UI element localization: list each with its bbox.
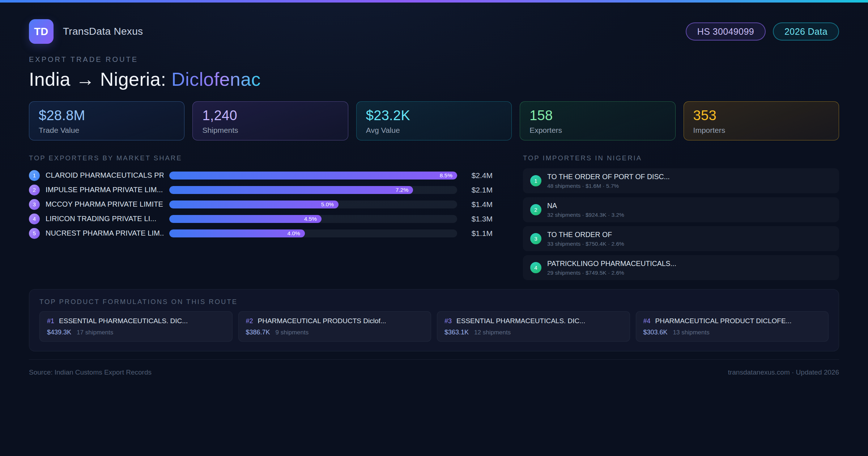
stat-card-exporters: 158 Exporters [520,101,675,140]
market-share-bar: 8.5% [169,172,457,180]
market-share-bar-track: 7.2% [169,186,457,194]
market-share-bar: 5.0% [169,200,339,208]
exporter-name: LIRICON TRADING PRIVATE LI... [46,215,163,223]
formulation-card: #1 ESSENTIAL PHARMACEUTICALS. DIC... $43… [39,311,233,342]
rank-badge: 1 [29,170,40,181]
formulation-rank: #2 [246,317,253,325]
stat-card-trade-value: $28.8M Trade Value [29,101,184,140]
market-share-bar-track: 8.5% [169,172,457,180]
importer-rank-badge: 4 [530,262,541,273]
exporter-value: $2.4M [463,171,493,180]
app-logo: TD [29,19,54,44]
share-percent-label: 5.0% [321,201,334,208]
main-columns: TOP EXPORTERS BY MARKET SHARE 1 CLAROID … [29,154,839,280]
formulation-value: $303.6K [643,329,668,336]
hs-code-badge[interactable]: HS 30049099 [686,22,766,41]
exporter-value: $1.3M [463,215,493,223]
page-title: India → Nigeria: Diclofenac [29,69,839,90]
formulation-value: $439.3K [47,329,71,336]
rank-badge: 3 [29,199,40,210]
exporter-value: $1.1M [463,229,493,238]
share-percent-label: 8.5% [440,172,452,179]
formulation-card: #3 ESSENTIAL PHARMACEUTICALS. DIC... $36… [437,311,630,342]
formulation-value: $363.1K [444,329,469,336]
formulation-meta: $386.7K 9 shipments [246,329,424,336]
stats-row: $28.8M Trade Value 1,240 Shipments $23.2… [29,101,839,140]
formulation-card: #4 PHARMACEUTICAL PRODUCT DICLOFE... $30… [636,311,829,342]
page: TD TransData Nexus HS 30049099 2026 Data… [0,19,868,376]
formulation-name: ESSENTIAL PHARMACEUTICALS. DIC... [59,317,188,325]
stat-label: Avg Value [366,126,502,135]
footer: Source: Indian Customs Export Records tr… [29,359,839,376]
exporter-row: 1 CLAROID PHARMACEUTICALS PR... 8.5% $2.… [29,168,493,183]
importer-rank-badge: 2 [530,204,541,215]
app-name: TransData Nexus [63,26,143,37]
stat-label: Exporters [529,126,665,135]
formulation-shipments: 9 shipments [276,329,309,336]
stat-card-avg-value: $23.2K Avg Value [356,101,512,140]
footer-source: Source: Indian Customs Export Records [29,368,152,376]
formulation-rank: #3 [444,317,452,325]
importer-meta: 32 shipments · $924.3K · 3.2% [547,211,624,218]
exporters-section-heading: TOP EXPORTERS BY MARKET SHARE [29,154,493,162]
stat-label: Shipments [202,126,338,135]
exporter-value: $2.1M [463,186,493,194]
market-share-bar: 7.2% [169,186,413,194]
formulation-shipments: 13 shipments [673,329,710,336]
formulation-title: #1 ESSENTIAL PHARMACEUTICALS. DIC... [47,317,225,325]
formulation-meta: $363.1K 12 shipments [444,329,622,336]
importer-name: PATRICKLINGO PHARMACEUTICALS... [547,259,676,268]
stat-card-shipments: 1,240 Shipments [192,101,348,140]
exporters-list: 1 CLAROID PHARMACEUTICALS PR... 8.5% $2.… [29,168,493,241]
exporter-name: IMPULSE PHARMA PRIVATE LIM... [46,186,163,194]
rank-badge: 4 [29,214,40,224]
header: TD TransData Nexus HS 30049099 2026 Data [29,19,839,44]
stat-value: 353 [693,108,829,123]
share-percent-label: 4.0% [288,230,300,237]
stat-value: 158 [529,108,665,123]
importer-item: 3 TO THE ORDER OF 33 shipments · $750.4K… [523,226,839,251]
exporter-name: NUCREST PHARMA PRIVATE LIM... [46,229,163,237]
importer-item: 4 PATRICKLINGO PHARMACEUTICALS... 29 shi… [523,255,839,280]
importers-section: TOP IMPORTERS IN NIGERIA 1 TO THE ORDER … [523,154,839,280]
page-eyebrow: EXPORT TRADE ROUTE [29,55,839,64]
formulation-name: PHARMACEUTICAL PRODUCT DICLOFE... [655,317,792,325]
footer-site-link[interactable]: transdatanexus.com · Updated 2026 [728,368,839,376]
importer-item: 2 NA 32 shipments · $924.3K · 3.2% [523,197,839,222]
market-share-bar: 4.5% [169,215,322,223]
stat-card-importers: 353 Importers [684,101,839,140]
formulations-panel: TOP PRODUCT FORMULATIONS ON THIS ROUTE #… [29,289,839,351]
importer-text: NA 32 shipments · $924.3K · 3.2% [547,201,624,218]
exporter-row: 5 NUCREST PHARMA PRIVATE LIM... 4.0% $1.… [29,226,493,241]
formulation-meta: $439.3K 17 shipments [47,329,225,336]
formulation-title: #4 PHARMACEUTICAL PRODUCT DICLOFE... [643,317,821,325]
brand: TD TransData Nexus [29,19,143,44]
year-data-badge[interactable]: 2026 Data [773,22,839,41]
formulations-heading: TOP PRODUCT FORMULATIONS ON THIS ROUTE [39,298,829,306]
formulation-shipments: 17 shipments [77,329,113,336]
share-percent-label: 4.5% [304,216,317,222]
importer-rank-badge: 1 [530,175,541,186]
market-share-bar: 4.0% [169,229,305,237]
importer-name: NA [547,201,624,210]
accent-top-bar [0,0,868,3]
formulation-card: #2 PHARMACEUTICAL PRODUCTS Diclof... $38… [238,311,431,342]
stat-value: 1,240 [202,108,338,123]
stat-value: $28.8M [39,108,175,123]
stat-label: Importers [693,126,829,135]
market-share-bar-track: 5.0% [169,200,457,208]
route-text: India → Nigeria: [29,69,171,90]
market-share-bar-track: 4.0% [169,229,457,237]
formulation-title: #2 PHARMACEUTICAL PRODUCTS Diclof... [246,317,424,325]
product-highlight: Diclofenac [171,69,261,90]
header-badges: HS 30049099 2026 Data [686,22,839,41]
formulation-meta: $303.6K 13 shipments [643,329,821,336]
exporter-value: $1.4M [463,200,493,209]
exporter-row: 4 LIRICON TRADING PRIVATE LI... 4.5% $1.… [29,212,493,226]
formulation-rank: #4 [643,317,651,325]
formulation-shipments: 12 shipments [474,329,511,336]
market-share-bar-track: 4.5% [169,215,457,223]
rank-badge: 5 [29,228,40,239]
share-percent-label: 7.2% [396,187,408,193]
importer-name: TO THE ORDER OF PORT OF DISC... [547,172,670,181]
